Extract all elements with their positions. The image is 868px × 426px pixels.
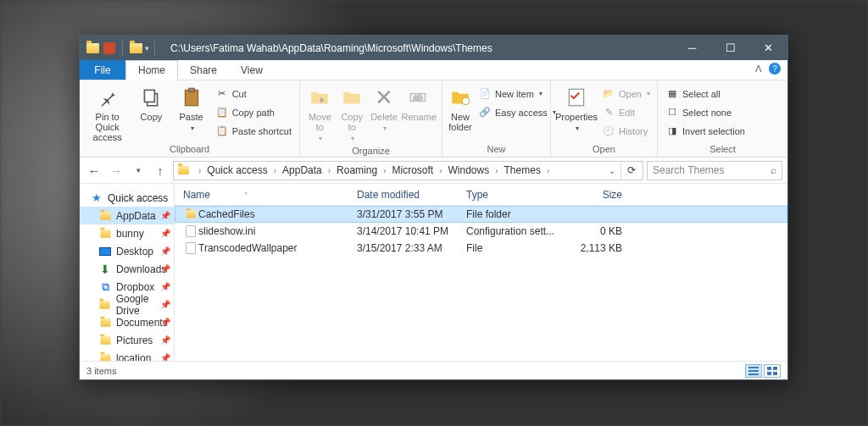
open-button[interactable]: 📂Open▾ — [599, 85, 653, 102]
titlebar[interactable]: ▾ C:\Users\Fatima Wahab\AppData\Roaming\… — [80, 36, 787, 60]
sidebar-item[interactable]: ★Quick access — [80, 189, 174, 207]
cut-button[interactable]: ✂Cut — [213, 85, 294, 102]
svg-rect-11 — [767, 367, 771, 370]
new-item-icon: 📄 — [478, 87, 492, 101]
status-text: 3 items — [86, 366, 116, 376]
svg-rect-10 — [748, 373, 759, 375]
paste-shortcut-button[interactable]: 📋Paste shortcut — [213, 122, 294, 140]
file-icon — [186, 242, 196, 254]
move-to-button[interactable]: Move to▾ — [305, 83, 335, 144]
pin-icon: 📌 — [160, 211, 170, 220]
invert-selection-button[interactable]: ◨Invert selection — [663, 122, 748, 140]
copy-button[interactable]: Copy — [132, 83, 170, 122]
svg-text:ab: ab — [414, 92, 423, 102]
pin-icon: 📌 — [160, 264, 170, 274]
tab-share[interactable]: Share — [178, 60, 229, 80]
folder-icon[interactable] — [128, 41, 143, 56]
copy-path-button[interactable]: 📋Copy path — [213, 103, 294, 121]
collapse-ribbon-icon[interactable]: ᐱ — [755, 64, 762, 75]
breadcrumb-item[interactable]: Microsoft — [390, 164, 435, 176]
breadcrumb-item[interactable]: Roaming — [335, 164, 379, 176]
delete-button[interactable]: ✕ Delete▾ — [370, 83, 399, 134]
edit-button[interactable]: ✎Edit — [599, 103, 653, 121]
sidebar-item[interactable]: location📌 — [80, 349, 174, 361]
copy-to-button[interactable]: Copy to▾ — [337, 83, 367, 144]
sidebar-item[interactable]: Documents📌 — [80, 313, 174, 331]
sidebar-item[interactable]: Google Drive📌 — [80, 296, 174, 313]
back-button[interactable]: ← — [85, 161, 103, 180]
details-view-button[interactable] — [745, 364, 762, 378]
thumbnails-view-button[interactable] — [764, 364, 781, 378]
folder-icon — [100, 212, 110, 220]
properties-button[interactable]: Properties▾ — [556, 83, 597, 134]
sidebar-item[interactable]: Pictures📌 — [80, 331, 174, 349]
file-modified: 3/31/2017 3:55 PM — [357, 208, 466, 220]
rename-icon: ab — [406, 85, 431, 110]
table-row[interactable]: slideshow.ini3/14/2017 10:41 PMConfigura… — [175, 223, 787, 240]
up-button[interactable]: ↑ — [151, 161, 170, 180]
paste-button[interactable]: Paste ▾ — [173, 83, 210, 134]
folder-icon — [186, 211, 195, 219]
scissors-icon: ✂ — [215, 87, 229, 101]
new-folder-button[interactable]: New folder — [448, 83, 473, 132]
breadcrumb-item[interactable]: Windows — [447, 164, 492, 176]
chevron-down-icon[interactable]: ▾ — [191, 124, 194, 134]
file-icon — [186, 225, 196, 237]
breadcrumb-item[interactable]: AppData — [281, 164, 324, 176]
recent-dropdown-icon[interactable]: ▾ — [129, 161, 147, 180]
forward-button[interactable]: → — [107, 161, 125, 180]
new-item-button[interactable]: 📄New item▾ — [476, 85, 559, 102]
explorer-window: ▾ C:\Users\Fatima Wahab\AppData\Roaming\… — [79, 35, 788, 380]
column-size[interactable]: Size — [565, 189, 634, 201]
svg-point-6 — [462, 97, 470, 105]
search-input[interactable]: Search Themes ⌕ — [647, 161, 782, 180]
select-all-button[interactable]: ▦Select all — [663, 85, 748, 102]
file-type: Configuration sett... — [466, 225, 565, 237]
address-bar[interactable]: › Quick access› AppData› Roaming› Micros… — [173, 161, 643, 180]
qat-dropdown-icon[interactable]: ▾ — [145, 44, 149, 53]
sidebar-item[interactable]: bunny📌 — [80, 224, 174, 242]
breadcrumb-item[interactable]: Quick access — [205, 164, 269, 176]
sidebar-item[interactable]: Desktop📌 — [80, 242, 174, 260]
column-name[interactable]: Name˄ — [183, 189, 357, 201]
minimize-button[interactable]: ─ — [673, 36, 711, 60]
sidebar: ★Quick accessAppData📌bunny📌Desktop📌⬇Down… — [80, 184, 175, 361]
close-button[interactable]: ✕ — [749, 36, 787, 60]
folder-icon — [100, 336, 110, 345]
svg-rect-7 — [569, 89, 583, 106]
tab-home[interactable]: Home — [125, 60, 178, 80]
ribbon: Pin to Quick access Copy Paste ▾ ✂Cut 📋C… — [80, 80, 787, 158]
breadcrumb-item[interactable]: Themes — [503, 164, 542, 176]
qat-checkbox-icon[interactable] — [102, 41, 117, 56]
file-modified: 3/15/2017 2:33 AM — [357, 242, 466, 254]
select-none-button[interactable]: ☐Select none — [663, 103, 748, 121]
group-label: Organize — [305, 144, 437, 158]
select-none-icon: ☐ — [665, 106, 679, 119]
pin-icon: 📌 — [160, 300, 170, 309]
tab-file[interactable]: File — [80, 60, 125, 80]
new-folder-icon — [448, 85, 473, 110]
chevron-right-icon[interactable]: › — [194, 166, 205, 175]
folder-icon — [85, 41, 100, 56]
table-row[interactable]: CachedFiles3/31/2017 3:55 PMFile folder — [175, 206, 787, 223]
file-size: 0 KB — [565, 225, 634, 237]
column-type[interactable]: Type — [466, 189, 565, 201]
column-modified[interactable]: Date modified — [357, 189, 466, 201]
tab-view[interactable]: View — [229, 60, 275, 80]
sidebar-item[interactable]: AppData📌 — [80, 207, 174, 224]
rename-button[interactable]: ab Rename — [401, 83, 437, 122]
copy-icon — [138, 85, 164, 110]
refresh-button[interactable]: ⟳ — [620, 162, 641, 180]
pin-to-quick-access-button[interactable]: Pin to Quick access — [85, 83, 130, 142]
history-button[interactable]: 🕘History — [599, 122, 653, 140]
easy-access-button[interactable]: 🔗Easy access▾ — [476, 103, 559, 121]
folder-icon — [100, 301, 110, 309]
navigation-bar: ← → ▾ ↑ › Quick access› AppData› Roaming… — [80, 158, 787, 184]
maximize-button[interactable]: ☐ — [711, 36, 749, 60]
sidebar-item[interactable]: ⬇Downloads📌 — [80, 260, 174, 278]
file-name: TranscodedWallpaper — [198, 242, 357, 254]
svg-rect-12 — [773, 367, 777, 370]
address-dropdown-icon[interactable]: ⌄ — [604, 166, 620, 175]
table-row[interactable]: TranscodedWallpaper3/15/2017 2:33 AMFile… — [175, 240, 787, 257]
help-icon[interactable]: ? — [769, 63, 781, 75]
